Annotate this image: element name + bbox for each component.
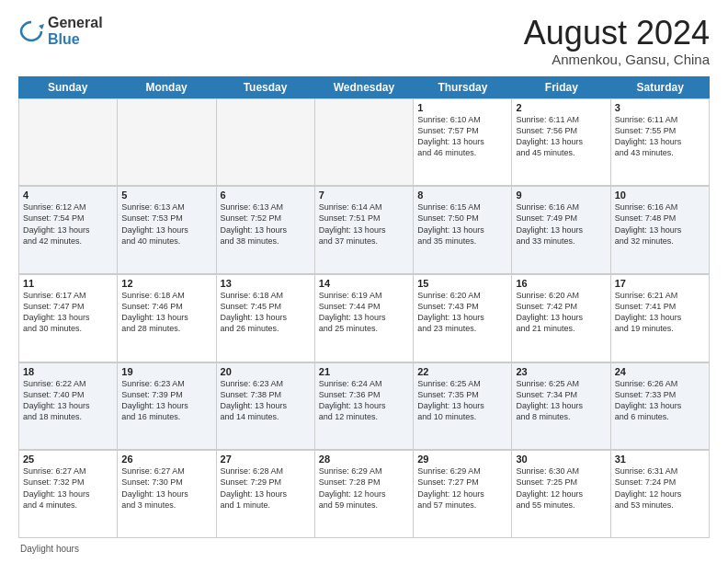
day-cell-19: 19Sunrise: 6:23 AMSunset: 7:39 PMDayligh… (118, 363, 216, 451)
day-info: Sunrise: 6:23 AMSunset: 7:39 PMDaylight:… (121, 378, 211, 423)
day-number: 4 (23, 190, 113, 201)
page: General Blue August 2024 Anmenkou, Gansu… (0, 0, 728, 563)
title-block: August 2024 Anmenkou, Gansu, China (524, 15, 710, 67)
day-number: 2 (516, 102, 606, 113)
day-number: 18 (23, 366, 113, 377)
day-number: 8 (417, 190, 507, 201)
day-info: Sunrise: 6:18 AMSunset: 7:46 PMDaylight:… (121, 290, 211, 335)
day-info: Sunrise: 6:16 AMSunset: 7:49 PMDaylight:… (516, 201, 606, 247)
day-cell-24: 24Sunrise: 6:26 AMSunset: 7:33 PMDayligh… (611, 363, 710, 451)
footer: Daylight hours (18, 544, 710, 554)
day-info: Sunrise: 6:11 AMSunset: 7:56 PMDaylight:… (516, 114, 606, 159)
day-info: Sunrise: 6:14 AMSunset: 7:51 PMDaylight:… (319, 201, 409, 247)
day-info: Sunrise: 6:11 AMSunset: 7:55 PMDaylight:… (615, 114, 705, 159)
day-cell-27: 27Sunrise: 6:28 AMSunset: 7:29 PMDayligh… (217, 451, 315, 538)
day-cell-30: 30Sunrise: 6:30 AMSunset: 7:25 PMDayligh… (512, 451, 610, 538)
subtitle: Anmenkou, Gansu, China (524, 52, 710, 67)
day-info: Sunrise: 6:13 AMSunset: 7:53 PMDaylight:… (121, 201, 211, 247)
day-info: Sunrise: 6:17 AMSunset: 7:47 PMDaylight:… (23, 290, 113, 335)
day-info: Sunrise: 6:31 AMSunset: 7:24 PMDaylight:… (615, 465, 705, 511)
weekday-header-wednesday: Wednesday (314, 76, 413, 98)
weekday-header-tuesday: Tuesday (216, 76, 314, 98)
day-cell-12: 12Sunrise: 6:18 AMSunset: 7:46 PMDayligh… (118, 275, 216, 362)
day-number: 22 (417, 366, 507, 377)
day-info: Sunrise: 6:25 AMSunset: 7:35 PMDaylight:… (417, 378, 507, 423)
day-cell-5: 5Sunrise: 6:13 AMSunset: 7:53 PMDaylight… (118, 187, 216, 274)
empty-cell (315, 99, 414, 187)
logo: General Blue (18, 15, 103, 47)
day-cell-23: 23Sunrise: 6:25 AMSunset: 7:34 PMDayligh… (512, 363, 610, 451)
calendar-header: SundayMondayTuesdayWednesdayThursdayFrid… (18, 76, 710, 98)
day-cell-22: 22Sunrise: 6:25 AMSunset: 7:35 PMDayligh… (414, 363, 512, 451)
day-cell-4: 4Sunrise: 6:12 AMSunset: 7:54 PMDaylight… (19, 187, 118, 274)
day-info: Sunrise: 6:22 AMSunset: 7:40 PMDaylight:… (23, 378, 113, 423)
day-cell-3: 3Sunrise: 6:11 AMSunset: 7:55 PMDaylight… (611, 99, 710, 187)
day-number: 27 (221, 454, 311, 465)
day-cell-29: 29Sunrise: 6:29 AMSunset: 7:27 PMDayligh… (414, 451, 512, 538)
day-info: Sunrise: 6:27 AMSunset: 7:30 PMDaylight:… (121, 465, 211, 511)
header: General Blue August 2024 Anmenkou, Gansu… (18, 15, 710, 67)
empty-cell (217, 99, 315, 187)
day-number: 7 (319, 190, 409, 201)
day-info: Sunrise: 6:20 AMSunset: 7:42 PMDaylight:… (516, 290, 606, 335)
day-cell-21: 21Sunrise: 6:24 AMSunset: 7:36 PMDayligh… (315, 363, 414, 451)
calendar: SundayMondayTuesdayWednesdayThursdayFrid… (18, 76, 710, 538)
logo-icon (18, 18, 44, 44)
calendar-row-3: 11Sunrise: 6:17 AMSunset: 7:47 PMDayligh… (18, 274, 710, 362)
day-cell-15: 15Sunrise: 6:20 AMSunset: 7:43 PMDayligh… (414, 275, 512, 362)
day-info: Sunrise: 6:24 AMSunset: 7:36 PMDaylight:… (319, 378, 409, 423)
day-cell-28: 28Sunrise: 6:29 AMSunset: 7:28 PMDayligh… (315, 451, 414, 538)
day-cell-6: 6Sunrise: 6:13 AMSunset: 7:52 PMDaylight… (217, 187, 315, 274)
empty-cell (118, 99, 216, 187)
day-cell-13: 13Sunrise: 6:18 AMSunset: 7:45 PMDayligh… (217, 275, 315, 362)
day-info: Sunrise: 6:27 AMSunset: 7:32 PMDaylight:… (23, 465, 113, 511)
day-number: 19 (121, 366, 211, 377)
day-info: Sunrise: 6:12 AMSunset: 7:54 PMDaylight:… (23, 201, 113, 247)
day-cell-17: 17Sunrise: 6:21 AMSunset: 7:41 PMDayligh… (611, 275, 710, 362)
logo-blue-text: Blue (48, 31, 103, 48)
day-number: 20 (221, 366, 311, 377)
day-info: Sunrise: 6:23 AMSunset: 7:38 PMDaylight:… (221, 378, 311, 423)
weekday-header-monday: Monday (117, 76, 215, 98)
day-info: Sunrise: 6:10 AMSunset: 7:57 PMDaylight:… (417, 114, 507, 159)
day-number: 9 (516, 190, 606, 201)
day-info: Sunrise: 6:29 AMSunset: 7:27 PMDaylight:… (417, 465, 507, 511)
calendar-row-5: 25Sunrise: 6:27 AMSunset: 7:32 PMDayligh… (18, 450, 710, 538)
main-title: August 2024 (524, 15, 710, 52)
weekday-header-friday: Friday (512, 76, 610, 98)
day-cell-18: 18Sunrise: 6:22 AMSunset: 7:40 PMDayligh… (19, 363, 118, 451)
calendar-row-2: 4Sunrise: 6:12 AMSunset: 7:54 PMDaylight… (18, 186, 710, 274)
day-number: 24 (615, 366, 705, 377)
day-number: 28 (319, 454, 409, 465)
day-number: 11 (23, 278, 113, 289)
svg-marker-0 (39, 24, 44, 29)
empty-cell (19, 99, 118, 187)
day-info: Sunrise: 6:29 AMSunset: 7:28 PMDaylight:… (319, 465, 409, 511)
calendar-row-1: 1Sunrise: 6:10 AMSunset: 7:57 PMDaylight… (18, 98, 710, 187)
day-number: 23 (516, 366, 606, 377)
day-number: 15 (417, 278, 507, 289)
day-cell-1: 1Sunrise: 6:10 AMSunset: 7:57 PMDaylight… (414, 99, 512, 187)
day-info: Sunrise: 6:16 AMSunset: 7:48 PMDaylight:… (615, 201, 705, 247)
day-cell-11: 11Sunrise: 6:17 AMSunset: 7:47 PMDayligh… (19, 275, 118, 362)
day-number: 25 (23, 454, 113, 465)
weekday-header-sunday: Sunday (18, 76, 117, 98)
day-number: 17 (615, 278, 705, 289)
day-number: 26 (121, 454, 211, 465)
day-number: 16 (516, 278, 606, 289)
day-info: Sunrise: 6:21 AMSunset: 7:41 PMDaylight:… (615, 290, 705, 335)
day-cell-25: 25Sunrise: 6:27 AMSunset: 7:32 PMDayligh… (19, 451, 118, 538)
day-number: 31 (615, 454, 705, 465)
weekday-header-thursday: Thursday (414, 76, 512, 98)
day-info: Sunrise: 6:26 AMSunset: 7:33 PMDaylight:… (615, 378, 705, 423)
day-cell-9: 9Sunrise: 6:16 AMSunset: 7:49 PMDaylight… (512, 187, 610, 274)
day-cell-10: 10Sunrise: 6:16 AMSunset: 7:48 PMDayligh… (611, 187, 710, 274)
day-info: Sunrise: 6:25 AMSunset: 7:34 PMDaylight:… (516, 378, 606, 423)
day-number: 13 (221, 278, 311, 289)
day-number: 12 (121, 278, 211, 289)
day-number: 5 (121, 190, 211, 201)
calendar-row-4: 18Sunrise: 6:22 AMSunset: 7:40 PMDayligh… (18, 362, 710, 451)
day-cell-7: 7Sunrise: 6:14 AMSunset: 7:51 PMDaylight… (315, 187, 414, 274)
day-info: Sunrise: 6:30 AMSunset: 7:25 PMDaylight:… (516, 465, 606, 511)
logo-general-text: General (48, 15, 103, 31)
